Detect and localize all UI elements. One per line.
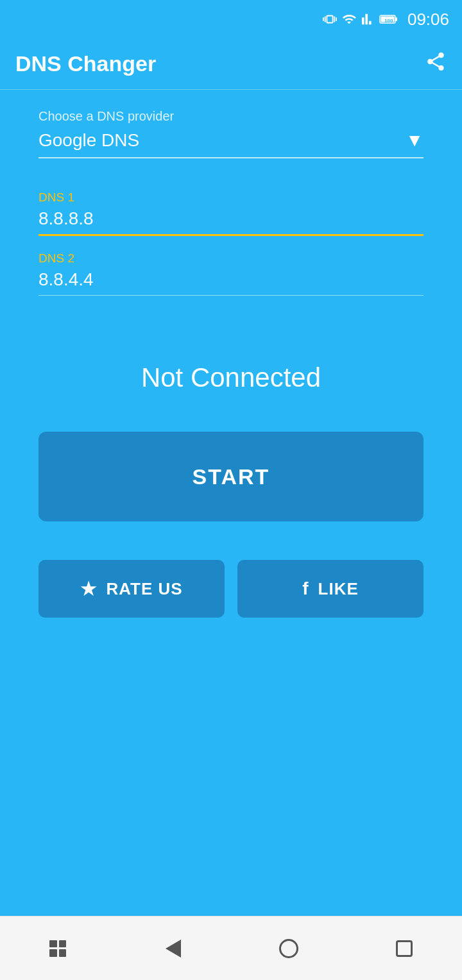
connection-status: Not Connected xyxy=(38,362,424,393)
vibrate-icon xyxy=(323,12,337,26)
battery-icon: 100 xyxy=(379,12,398,26)
status-icons: 100 xyxy=(323,12,398,26)
main-content: Choose a DNS provider Google DNS ▼ DNS 1… xyxy=(0,90,462,916)
wifi-icon xyxy=(341,12,357,26)
nav-recents-button[interactable] xyxy=(379,923,430,974)
chevron-down-icon: ▼ xyxy=(406,130,424,151)
home-icon xyxy=(279,939,298,958)
app-title: DNS Changer xyxy=(15,51,156,76)
app-bar: DNS Changer xyxy=(0,38,462,90)
dns2-label: DNS 2 xyxy=(38,251,424,266)
rate-us-label: RATE US xyxy=(106,579,182,599)
svg-text:100: 100 xyxy=(384,18,393,24)
nav-home-button[interactable] xyxy=(263,923,314,974)
dns-provider-value: Google DNS xyxy=(38,130,139,151)
share-icon[interactable] xyxy=(425,51,447,77)
nav-grid-button[interactable] xyxy=(32,923,83,974)
dns2-value[interactable]: 8.8.4.4 xyxy=(38,269,424,295)
start-button[interactable]: START xyxy=(38,432,424,521)
back-icon xyxy=(166,940,181,958)
nav-back-button[interactable] xyxy=(148,923,199,974)
dns-fields: DNS 1 8.8.8.8 DNS 2 8.8.4.4 xyxy=(38,190,424,311)
like-button[interactable]: f LIKE xyxy=(237,560,424,618)
signal-icon xyxy=(361,12,375,26)
nav-bar xyxy=(0,916,462,980)
rate-us-button[interactable]: ★ RATE US xyxy=(38,560,225,618)
star-icon: ★ xyxy=(80,579,97,600)
status-bar: 100 09:06 xyxy=(0,0,462,38)
dns-provider-label: Choose a DNS provider xyxy=(38,109,424,124)
dns1-field: DNS 1 8.8.8.8 xyxy=(38,190,424,236)
facebook-icon: f xyxy=(302,579,309,599)
svg-rect-2 xyxy=(395,17,397,21)
status-time: 09:06 xyxy=(407,10,449,30)
dns2-field: DNS 2 8.8.4.4 xyxy=(38,251,424,296)
like-label: LIKE xyxy=(318,579,359,599)
dns1-label: DNS 1 xyxy=(38,190,424,205)
bottom-buttons: ★ RATE US f LIKE xyxy=(38,560,424,618)
dns-provider-section: Choose a DNS provider Google DNS ▼ xyxy=(38,109,424,158)
recents-icon xyxy=(396,940,413,957)
dns1-value[interactable]: 8.8.8.8 xyxy=(38,208,424,234)
dns-provider-dropdown[interactable]: Google DNS ▼ xyxy=(38,130,424,158)
grid-icon xyxy=(49,940,66,957)
